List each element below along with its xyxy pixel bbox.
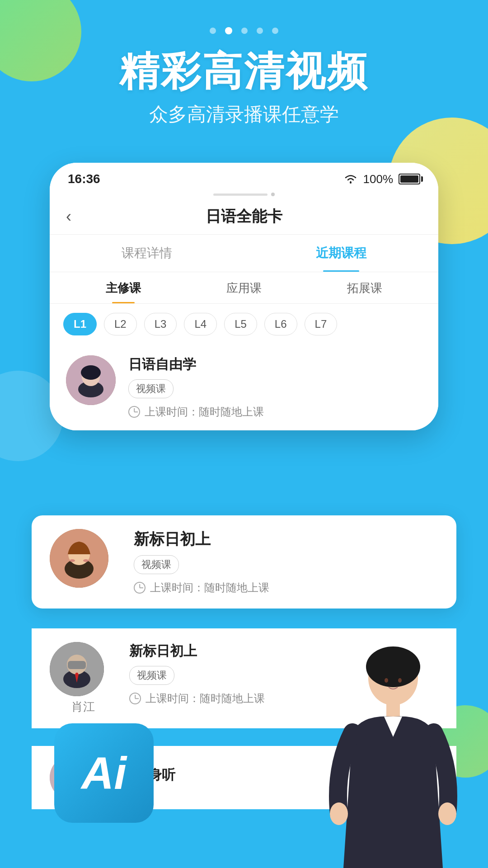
wifi-icon	[343, 174, 358, 184]
level-pills: L1 L2 L3 L4 L5 L6 L7	[50, 304, 438, 344]
person-figure	[316, 642, 470, 868]
page-title: 日语全能卡	[89, 206, 399, 227]
scroll-bar	[213, 193, 267, 196]
course-avatar-3	[50, 642, 104, 696]
avatar-svg-2	[50, 529, 108, 588]
highlighted-course-card[interactable]: 新标日初上 视频课 上课时间：随时随地上课	[32, 515, 456, 609]
svg-point-8	[70, 559, 75, 562]
sub-tab-row: 主修课 应用课 拓展课	[50, 272, 438, 304]
sub-tab-main[interactable]: 主修课	[63, 280, 184, 303]
svg-point-21	[330, 802, 348, 825]
scroll-dot	[271, 193, 275, 196]
svg-point-4	[81, 365, 101, 380]
hero-title: 精彩高清视频	[0, 50, 488, 94]
clock-icon-2	[134, 582, 145, 594]
dot-3[interactable]	[241, 28, 248, 34]
phone-mockup: 16:36 100% ‹ 日语全能卡 课程详情	[50, 163, 438, 430]
tab-course-detail[interactable]: 课程详情	[50, 235, 244, 272]
svg-point-19	[398, 678, 402, 683]
pagination-dots	[210, 27, 278, 34]
level-pill-l7[interactable]: L7	[305, 313, 338, 335]
ai-badge: Ai	[54, 723, 154, 823]
highlight-card-inner: 新标日初上 视频课 上课时间：随时随地上课	[50, 529, 438, 595]
course-avatar-col-3: 肖江	[50, 642, 117, 715]
battery-fill	[400, 175, 418, 183]
course-name-1: 日语自由学	[128, 355, 422, 374]
main-tab-row: 课程详情 近期课程	[50, 235, 438, 272]
clock-icon-1	[128, 406, 140, 418]
avatar-svg-1	[66, 355, 116, 405]
svg-point-9	[83, 559, 89, 562]
level-pill-l4[interactable]: L4	[184, 313, 217, 335]
dot-1[interactable]	[210, 28, 216, 34]
avatar-svg-3	[50, 642, 104, 696]
svg-point-17	[366, 646, 420, 687]
svg-point-18	[385, 678, 388, 683]
status-right: 100%	[343, 172, 421, 186]
status-bar: 16:36 100%	[50, 163, 438, 190]
dot-4[interactable]	[257, 28, 263, 34]
clock-icon-3	[129, 693, 141, 704]
ai-section: Ai	[54, 723, 172, 841]
course-avatar-2	[50, 529, 108, 588]
svg-rect-20	[386, 703, 400, 717]
course-info-1: 日语自由学 视频课 上课时间：随时随地上课	[128, 355, 422, 419]
sub-tab-applied[interactable]: 应用课	[184, 280, 305, 303]
course-name-2: 新标日初上	[134, 529, 438, 550]
phone-nav: ‹ 日语全能卡	[50, 199, 438, 235]
hero-section: 精彩高清视频 众多高清录播课任意学	[0, 50, 488, 127]
level-pill-l1[interactable]: L1	[63, 313, 97, 335]
battery-icon	[399, 174, 420, 184]
course-info-2: 新标日初上 视频课 上课时间：随时随地上课	[134, 529, 438, 595]
tab-recent-courses[interactable]: 近期课程	[244, 235, 438, 272]
scroll-indicator	[50, 190, 438, 199]
status-time: 16:36	[68, 172, 100, 186]
course-avatar-1	[66, 355, 116, 405]
course-tag-1: 视频课	[128, 379, 174, 398]
course-time-2: 上课时间：随时随地上课	[134, 580, 438, 595]
ai-text: Ai	[81, 747, 127, 799]
svg-rect-13	[68, 661, 86, 669]
course-tag-2: 视频课	[134, 555, 179, 574]
svg-point-22	[438, 802, 456, 825]
level-pill-l2[interactable]: L2	[104, 313, 137, 335]
level-pill-l5[interactable]: L5	[224, 313, 257, 335]
sub-tab-extended[interactable]: 拓展课	[304, 280, 425, 303]
battery-percentage: 100%	[363, 172, 394, 186]
hero-subtitle: 众多高清录播课任意学	[0, 102, 488, 127]
svg-point-0	[350, 182, 352, 184]
teacher-name-3: 肖江	[71, 699, 95, 715]
dot-2[interactable]	[225, 27, 232, 34]
course-tag-3: 视频课	[129, 666, 174, 685]
level-pill-l6[interactable]: L6	[264, 313, 297, 335]
back-button[interactable]: ‹	[66, 207, 89, 226]
course-item-1[interactable]: 日语自由学 视频课 上课时间：随时随地上课	[50, 344, 438, 430]
course-time-1: 上课时间：随时随地上课	[128, 405, 422, 419]
dot-5[interactable]	[272, 28, 278, 34]
level-pill-l3[interactable]: L3	[144, 313, 177, 335]
